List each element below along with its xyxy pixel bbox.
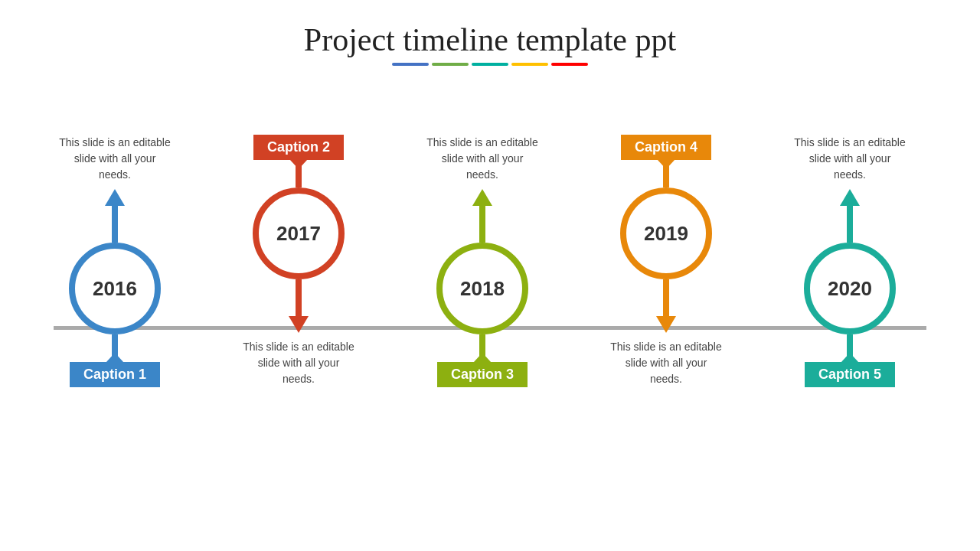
arrow-down-2017: [289, 279, 309, 333]
arrow-up-2016: [105, 189, 125, 243]
connector-down-2016: [112, 334, 118, 359]
circle-2017: 2017: [253, 187, 345, 279]
node-2019: Caption 4 .caption-down-arrow[data-name=…: [605, 135, 727, 387]
year-2017: 2017: [276, 222, 321, 246]
desc-2019: This slide is an editable slide with all…: [609, 339, 724, 387]
desc-2016: This slide is an editable slide with all…: [57, 135, 172, 183]
connector-up-2019: [663, 163, 669, 187]
caption-2018: Caption 3 .caption-up-arrow[data-name="c…: [437, 362, 528, 387]
node-2020: This slide is an editable slide with all…: [789, 135, 911, 387]
circle-2020: 2020: [804, 243, 896, 334]
year-2020: 2020: [828, 277, 872, 301]
underline-2: [432, 63, 469, 66]
connector-down-2020: [847, 334, 853, 359]
node-2017: Caption 2 .caption-down-arrow[data-name=…: [237, 135, 360, 387]
year-2018: 2018: [460, 277, 505, 301]
node-2018: This slide is an editable slide with all…: [421, 135, 544, 387]
timeline-wrapper: This slide is an editable slide with all…: [23, 89, 957, 551]
connector-up-2017: [296, 163, 302, 187]
desc-2020: This slide is an editable slide with all…: [792, 135, 907, 183]
caption-label-2019: Caption 4: [621, 135, 711, 160]
arrow-up-2018: [472, 189, 492, 243]
slide: Project timeline template ppt This slide…: [0, 0, 980, 551]
node-2016: This slide is an editable slide with all…: [54, 135, 176, 387]
page-title: Project timeline template ppt: [304, 21, 676, 58]
title-area: Project timeline template ppt: [304, 21, 676, 66]
underline-4: [511, 63, 548, 66]
caption-2019: Caption 4 .caption-down-arrow[data-name=…: [621, 135, 711, 160]
circle-2019: 2019: [620, 187, 712, 279]
desc-2018: This slide is an editable slide with all…: [425, 135, 540, 183]
caption-label-2020: Caption 5: [805, 362, 895, 387]
year-2016: 2016: [93, 277, 137, 301]
underline-5: [551, 63, 588, 66]
caption-label-2016: Caption 1: [70, 362, 160, 387]
title-underline: [304, 63, 676, 66]
circle-2016: 2016: [69, 243, 161, 334]
caption-2020: Caption 5 .caption-up-arrow[data-name="c…: [805, 362, 895, 387]
year-2019: 2019: [644, 222, 688, 246]
caption-2016: Caption 1 .caption-up-arrow[data-name="c…: [70, 362, 160, 387]
circle-2018: 2018: [436, 243, 528, 334]
connector-down-2018: [479, 334, 485, 359]
underline-1: [392, 63, 429, 66]
caption-2017: Caption 2 .caption-down-arrow[data-name=…: [253, 135, 344, 160]
underline-3: [472, 63, 508, 66]
arrow-down-2019: [656, 279, 676, 333]
caption-label-2018: Caption 3: [437, 362, 528, 387]
caption-label-2017: Caption 2: [253, 135, 344, 160]
arrow-up-2020: [840, 189, 860, 243]
desc-2017: This slide is an editable slide with all…: [241, 339, 356, 387]
